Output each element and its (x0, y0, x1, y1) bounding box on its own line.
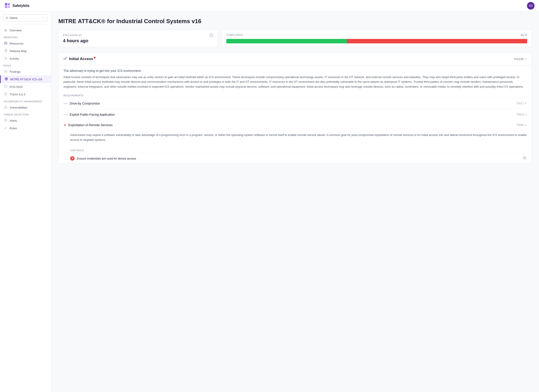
req-dash-icon-2: — (63, 112, 67, 117)
req-exploit-public[interactable]: — Exploit Public-Facing Application T081… (58, 109, 532, 120)
workspace-icon: ⊞ (5, 16, 8, 19)
sidebar-item-resources-label: Resources (10, 42, 23, 45)
sidebar-item-mitre[interactable]: MITRE ATT&CK ICS v16 (0, 76, 51, 83)
initial-access-desc: The adversary is trying to get into your… (58, 65, 532, 93)
workspace-section: ⊞ Demo ⌃⌄ (0, 12, 51, 24)
app-name: Safetybits (12, 4, 29, 8)
sidebar-item-overview[interactable]: ⊞ Overview (0, 27, 51, 34)
sidebar-item-activity-label: Activity (10, 57, 19, 60)
exploitation-desc: Adversaries may exploit a software vulne… (70, 132, 527, 142)
sidebar-item-findings-label: Findings (10, 70, 20, 73)
sidebar-item-network-map-label: Network Map (10, 49, 27, 53)
activity-icon (4, 57, 8, 61)
sidebar-item-rules-label: Rules (10, 127, 17, 130)
stats-row: EVALUATED AT 4 hours ago COMPLIANCE 40 % (58, 30, 532, 47)
workspace-chevron-icon: ⌃⌄ (41, 16, 45, 19)
svg-rect-4 (4, 42, 7, 43)
sidebar: ⊞ Demo ⌃⌄ ⊞ Overview INVENTORY Resources (0, 12, 51, 392)
grid-icon: ⊞ (4, 28, 8, 32)
sidebar-item-overview-label: Overview (10, 29, 22, 32)
sidebar-item-pce-nis2[interactable]: PCE-NIS2 (0, 83, 51, 90)
threat-section-label: THREAT DETECTION (0, 111, 51, 117)
svg-point-8 (4, 50, 5, 51)
svg-point-23 (6, 79, 7, 79)
req-exploitation-remote-header[interactable]: ✕ Exploitation of Remote Services T0866 … (58, 120, 532, 130)
req-chevron-icon-3: ∧ (525, 123, 527, 127)
evaluated-label: EVALUATED AT (63, 34, 82, 37)
req-chevron-icon-1: ∨ (525, 102, 527, 105)
sidebar-item-resources[interactable]: Resources (0, 40, 51, 47)
evaluated-card: EVALUATED AT 4 hours ago (58, 30, 218, 47)
req-exploitation-body: Adversaries may exploit a software vulne… (58, 130, 532, 148)
content-card: Initial Access TA0108 ∧ The adversary is… (58, 52, 532, 164)
sidebar-item-network-map[interactable]: Network Map (0, 47, 51, 55)
user-avatar[interactable]: VJ (527, 2, 534, 9)
sidebar-item-activity[interactable]: Activity (0, 55, 51, 62)
workspace-selector[interactable]: ⊞ Demo ⌃⌄ (3, 14, 48, 21)
sidebar-item-mitre-label: MITRE ATT&CK ICS v16 (10, 78, 42, 81)
layers-icon (4, 41, 8, 45)
compliance-label: COMPLIANCE (226, 34, 243, 36)
req-exploit-public-name: Exploit Public-Facing Application (70, 113, 115, 116)
vuln-section-label: VULNERABILITY MANAGEMENT (0, 98, 51, 104)
evaluated-value: 4 hours ago (63, 38, 213, 43)
compliance-bar (226, 39, 527, 43)
req-drive-by[interactable]: — Drive-by Compromise T0817 ∨ (58, 98, 532, 109)
page-title: MITRE ATT&CK® for Industrial Control Sys… (58, 18, 532, 25)
controls-label: CONTROLS (58, 148, 532, 153)
sidebar-item-pce-nis2-label: PCE-NIS2 (10, 85, 23, 89)
svg-rect-0 (5, 3, 7, 5)
shield-icon-pce (4, 85, 8, 89)
compliance-percent: 40 % (520, 33, 527, 37)
sidebar-item-vulnerabilities[interactable]: Vulnerabilities (0, 104, 51, 111)
svg-point-7 (6, 49, 7, 50)
risks-section-label: RISKS (0, 62, 51, 68)
req-exploitation-remote-id: T0866 ∧ (516, 123, 527, 127)
inventory-section-label: INVENTORY (0, 34, 51, 40)
shield-icon-tisax (4, 92, 8, 96)
sidebar-item-vulnerabilities-label: Vulnerabilities (10, 106, 27, 109)
sidebar-item-alerts-label: Alerts (10, 119, 17, 122)
topbar: Safetybits VJ (0, 0, 539, 12)
req-chevron-icon-2: ∨ (525, 113, 527, 116)
logo-icon (5, 3, 11, 9)
long-desc: Initial Access consists of techniques th… (63, 75, 527, 89)
svg-point-22 (5, 78, 7, 80)
compliance-bar-red (347, 39, 527, 43)
sliders-icon (4, 70, 8, 74)
control-text: Ensure credentials are used for device a… (77, 157, 136, 160)
sidebar-item-findings[interactable]: Findings (0, 68, 51, 76)
control-row-credentials[interactable]: ✕ Ensure credentials are used for device… (58, 153, 532, 164)
check-icon (4, 126, 8, 130)
share-icon (4, 49, 8, 53)
sidebar-item-tisax-label: TISAX 6.0.3 (10, 93, 25, 96)
req-drive-by-id: T0817 ∨ (516, 102, 527, 105)
sidebar-item-rules[interactable]: Rules (0, 124, 51, 132)
sidebar-item-tisax[interactable]: TISAX 6.0.3 (0, 90, 51, 98)
workspace-name: Demo (10, 16, 18, 19)
target-icon (4, 77, 8, 81)
initial-access-title: Initial Access (69, 57, 93, 61)
requirements-label: REQUIREMENTS (58, 93, 532, 98)
req-exploit-public-id: T0819 ∨ (516, 113, 527, 116)
svg-line-28 (525, 159, 526, 160)
svg-rect-5 (4, 43, 7, 43)
logo: Safetybits (5, 3, 29, 9)
section-chevron-icon: ∧ (525, 57, 527, 61)
zoom-icon[interactable] (523, 156, 527, 161)
status-dot (94, 57, 96, 58)
sidebar-nav: ⊞ Overview INVENTORY Resources Network M… (0, 24, 51, 392)
compliance-card: COMPLIANCE 40 % (222, 30, 532, 47)
initial-access-header[interactable]: Initial Access TA0108 ∧ (58, 53, 532, 65)
short-desc: The adversary is trying to get into your… (63, 69, 527, 72)
sidebar-item-alerts[interactable]: Alerts (0, 117, 51, 124)
req-exploitation-remote: ✕ Exploitation of Remote Services T0866 … (58, 120, 532, 164)
req-x-icon: ✕ (63, 123, 66, 127)
key-icon (63, 57, 67, 61)
main-content: MITRE ATT&CK® for Industrial Control Sys… (51, 12, 539, 392)
bell-icon (4, 118, 8, 123)
control-error-icon: ✕ (70, 156, 75, 161)
compliance-bar-green (226, 39, 346, 43)
req-drive-by-name: Drive-by Compromise (70, 102, 100, 105)
req-dash-icon: — (63, 101, 67, 106)
